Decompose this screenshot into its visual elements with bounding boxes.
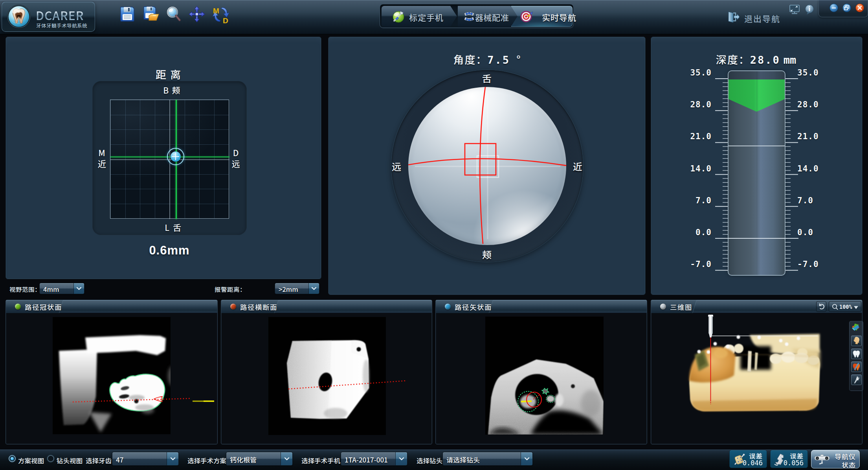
- alarm-label: 报警距离：: [215, 285, 246, 293]
- chevron-down-icon[interactable]: [521, 452, 532, 465]
- sphere-label-lingual: 舌: [482, 71, 492, 85]
- radio-drill-view[interactable]: [47, 455, 54, 462]
- display-switch-icon[interactable]: [789, 4, 800, 15]
- view-status-dot: [445, 304, 451, 310]
- view-header: 三维图 100%: [651, 300, 862, 313]
- position-marker: [167, 148, 184, 165]
- svg-text:M: M: [213, 7, 219, 15]
- handpiece-error-indicator[interactable]: 误差 0.056: [770, 450, 808, 468]
- view-panel-coronal: 路径冠状面: [6, 300, 218, 444]
- view-panel-axial: 路径横断面: [221, 300, 432, 444]
- calibrate-handpiece-icon: [392, 10, 405, 23]
- info-icon[interactable]: [804, 4, 815, 15]
- save-as-button[interactable]: [143, 6, 159, 24]
- chevron-down-icon[interactable]: [308, 283, 319, 294]
- three-d-view[interactable]: [651, 313, 862, 444]
- view-status-dot: [15, 304, 21, 310]
- radio-plan-view[interactable]: [9, 455, 16, 462]
- angle-title: 角度：7.5 °: [453, 52, 521, 67]
- tab-realtime-navigation[interactable]: 实时导航: [511, 6, 573, 27]
- handpiece-select[interactable]: 1TA-2017-001: [341, 452, 407, 466]
- angle-panel: 角度：7.5 ° 舌 远 近 颊: [328, 37, 646, 295]
- view-title: 三维图: [670, 302, 692, 312]
- axial-ct-view[interactable]: [222, 313, 431, 444]
- chevron-down-icon[interactable]: [281, 452, 292, 465]
- plan-select-label: 选择手术方案: [187, 456, 226, 465]
- zoom-button[interactable]: [165, 6, 182, 24]
- head-view-tool[interactable]: [851, 335, 862, 346]
- chevron-down-icon: [854, 306, 858, 309]
- md-swap-button[interactable]: M D: [213, 6, 229, 24]
- tooth-view-tool[interactable]: [851, 348, 862, 359]
- drill-view-tool[interactable]: [851, 374, 862, 385]
- view-title: 路径矢状面: [455, 302, 492, 312]
- distance-panel: 距 离 B 颊 M 近 D 远 L 舌 0.6mm: [6, 37, 321, 279]
- zoom-magnifier-icon: [832, 304, 839, 310]
- workflow-tabs: 标定手机 器械配准: [380, 4, 574, 28]
- depth-panel: 深度：28.0 mm 35.035.028.028.021.021.014.01…: [651, 37, 862, 295]
- tooth-segmentation-tool[interactable]: [851, 361, 862, 372]
- tab-label: 器械配准: [475, 11, 509, 23]
- tab-instrument-registration[interactable]: 器械配准: [458, 6, 517, 27]
- app-subtitle: 牙体牙髓手术导航系统: [36, 22, 87, 29]
- logo-panel: DCARER 牙体牙髓手术导航系统: [2, 2, 95, 32]
- chevron-down-icon[interactable]: [167, 452, 178, 465]
- distance-target-box: [92, 81, 247, 235]
- zoom-level-select[interactable]: 100%: [829, 301, 861, 312]
- view-panel-sagittal: 路径矢状面: [435, 300, 647, 444]
- sphere-label-buccal: 颊: [482, 247, 492, 261]
- view-header: 路径冠状面: [6, 300, 217, 313]
- axis-label-lingual: L 舌: [165, 221, 182, 233]
- radio-plan-view-label: 方案视图: [18, 456, 44, 465]
- tab-label: 实时导航: [542, 11, 576, 23]
- mpr-slices-tool[interactable]: [851, 323, 862, 333]
- tooth-select[interactable]: 47: [112, 452, 179, 466]
- sphere-label-distal: 远: [392, 159, 401, 173]
- tooth-select-label: 选择牙齿: [86, 456, 112, 465]
- application-window: DCARER 牙体牙髓手术导航系统: [0, 0, 868, 470]
- view-status-dot: [230, 304, 236, 310]
- handpiece-select-label: 选择手术手机: [301, 456, 340, 465]
- alarm-select[interactable]: >2mm: [275, 283, 319, 294]
- view-header: 路径横断面: [221, 300, 432, 313]
- minimize-button[interactable]: [829, 4, 838, 12]
- app-title: DCARER: [36, 6, 84, 24]
- sagittal-ct-view[interactable]: [436, 313, 646, 444]
- exit-door-icon: [726, 10, 740, 24]
- tab-label: 标定手机: [409, 11, 444, 23]
- coronal-ct-view[interactable]: [6, 313, 217, 444]
- chevron-down-icon[interactable]: [395, 452, 407, 465]
- restore-button[interactable]: [842, 4, 851, 12]
- distance-title: 距 离: [156, 66, 182, 82]
- title-bar: DCARER 牙体牙髓手术导航系统: [0, 0, 868, 35]
- tooth-logo-icon: [7, 4, 31, 29]
- three-d-toolbar: [849, 321, 863, 391]
- fov-select[interactable]: 4mm: [39, 283, 84, 294]
- view-status-dot: [660, 304, 666, 310]
- view-panel-3d: 三维图 100%: [651, 300, 862, 444]
- fov-label: 视野范围：: [9, 285, 41, 293]
- chevron-down-icon[interactable]: [73, 283, 84, 294]
- view-header: 路径矢状面: [436, 300, 647, 313]
- sphere-label-mesial: 近: [573, 159, 582, 173]
- tab-calibrate-handpiece[interactable]: 标定手机: [382, 6, 457, 27]
- instrument-registration-icon: [462, 10, 476, 23]
- undo-button[interactable]: [816, 301, 826, 312]
- view-title: 路径横断面: [240, 302, 277, 312]
- close-button[interactable]: [855, 4, 864, 12]
- drill-select-label: 选择钻头: [417, 456, 442, 465]
- probe-error-indicator[interactable]: 误差 0.046: [729, 450, 767, 468]
- navigator-status-button[interactable]: 导航仪 状态: [811, 450, 860, 468]
- pan-button[interactable]: [189, 6, 205, 24]
- distance-value: 0.6mm: [149, 243, 189, 258]
- window-controls: [818, 0, 868, 17]
- navigator-camera-icon: [814, 453, 830, 467]
- svg-text:D: D: [223, 17, 228, 24]
- axis-label-distal: 远: [232, 158, 241, 170]
- plan-select[interactable]: 钙化根管: [226, 452, 293, 466]
- axis-label-mesial: 近: [98, 158, 107, 170]
- axis-label-mesial-letter: M: [98, 147, 106, 159]
- exit-navigation-button[interactable]: 退出导航: [726, 10, 785, 26]
- save-button[interactable]: [119, 6, 136, 24]
- drill-select[interactable]: 请选择钻头: [442, 452, 533, 466]
